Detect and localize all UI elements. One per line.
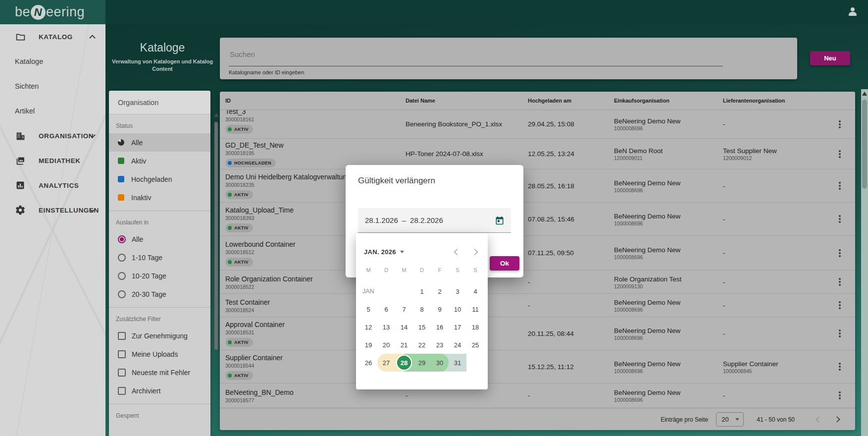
calendar-day[interactable]: 8	[413, 300, 431, 318]
table-row[interactable]: Lowerbound Container 3000018512 AKTIV 07…	[220, 236, 855, 271]
new-catalog-button[interactable]: Neu	[810, 51, 850, 65]
next-month-button[interactable]	[471, 249, 478, 255]
calendar-day[interactable]: 18	[466, 318, 484, 336]
calendar-day[interactable]: 17	[449, 318, 466, 336]
table-row[interactable]: Test_3 3000018161 AKTIV Beneering Bookst…	[220, 110, 855, 139]
row-actions-menu-icon[interactable]	[839, 332, 841, 334]
scrollbar-thumb[interactable]	[862, 100, 867, 189]
expiry-radio-20-30[interactable]: 20-30 Tage	[109, 285, 210, 303]
table-row[interactable]: Katalog_Upload_Time 3000018393 AKTIV 07.…	[220, 203, 855, 236]
column-header-id[interactable]: ID	[225, 98, 406, 104]
row-actions-menu-icon[interactable]	[839, 281, 841, 283]
calendar-day[interactable]: 16	[431, 318, 449, 336]
column-header-hochgeladen-am[interactable]: Hochgeladen am	[528, 98, 614, 104]
column-header-datei-name[interactable]: Datei Name	[406, 98, 528, 104]
table-row[interactable]: Role Organization Container 3000018522 -…	[220, 271, 855, 294]
table-row[interactable]: Demo Uni Heidelberg Katalogverwaltung 30…	[220, 169, 855, 203]
calendar-day[interactable]: 26	[359, 354, 377, 372]
search-input[interactable]	[229, 47, 714, 61]
previous-page-button[interactable]	[816, 416, 822, 423]
table-row[interactable]: GD_DE_Test_New 3000018195 HOCHGELADEN HP…	[220, 139, 855, 169]
row-actions-menu-icon[interactable]	[839, 153, 841, 155]
calendar-day[interactable]: 19	[359, 336, 377, 354]
calendar-empty-cell	[466, 354, 484, 372]
status-filter-hochgeladen[interactable]: Hochgeladen	[109, 170, 210, 188]
previous-month-button[interactable]	[454, 249, 460, 255]
sidebar-item-einstellungen[interactable]: EINSTELLUNGEN	[0, 198, 105, 222]
table-row[interactable]: Approval Container 3000018531 AKTIV 20.1…	[220, 317, 855, 350]
table-row[interactable]: Test Container 3000018524 - BeNeering De…	[220, 294, 855, 317]
organisation-filter-input[interactable]	[109, 91, 210, 114]
checkbox-neueste-mit-fehler[interactable]: Neueste mit Fehler	[109, 363, 210, 382]
calendar-day[interactable]: 12	[359, 318, 377, 336]
checkbox-archiviert[interactable]: Archiviert	[109, 382, 210, 400]
status-filter-alle[interactable]: Alle	[109, 133, 210, 152]
month-year-dropdown[interactable]: JAN. 2026	[364, 248, 404, 256]
table-row[interactable]: BeNeeting_BN_Demo 3000018577 - - BeNeeri…	[220, 383, 855, 408]
sidebar-item-organisation[interactable]: ORGANISATION	[0, 123, 105, 148]
sidebar-item-sichten[interactable]: Sichten	[0, 74, 105, 99]
calendar-day[interactable]: 11	[466, 300, 484, 318]
row-actions-menu-icon[interactable]	[839, 185, 841, 187]
ok-button[interactable]: Ok	[490, 256, 519, 271]
row-actions-menu-icon[interactable]	[839, 252, 841, 254]
status-filter-inaktiv[interactable]: Inaktiv	[109, 188, 210, 207]
column-header-lieferantenorganisation[interactable]: Lieferantenorganisation	[723, 98, 837, 104]
sidebar-item-katalog[interactable]: KATALOG	[0, 24, 105, 49]
calendar-day[interactable]: 13	[377, 318, 395, 336]
sidebar-item-analytics[interactable]: ANALYTICS	[0, 173, 105, 198]
calendar-day[interactable]: 25	[466, 336, 484, 354]
calendar-day[interactable]: 30	[431, 354, 449, 372]
calendar-day[interactable]: 7	[395, 300, 413, 318]
scrollbar-thumb[interactable]	[214, 122, 218, 350]
expiry-radio-1-10[interactable]: 1-10 Tage	[109, 248, 210, 267]
calendar-day[interactable]: 28	[395, 354, 413, 372]
scroll-up-icon[interactable]	[862, 92, 867, 96]
per-page-value: 20	[721, 416, 728, 423]
calendar-day[interactable]: 20	[377, 336, 395, 354]
sidebar-item-artikel[interactable]: Artikel	[0, 99, 105, 123]
checkbox-meine-uploads[interactable]: Meine Uploads	[109, 345, 210, 363]
calendar-day[interactable]: 22	[413, 336, 431, 354]
calendar-day[interactable]: 10	[449, 300, 466, 318]
calendar-icon[interactable]	[494, 215, 505, 226]
calendar-day[interactable]: 23	[431, 336, 449, 354]
row-actions-menu-icon[interactable]	[839, 304, 841, 306]
date-range-field[interactable]: 28.1.2026 – 28.2.2026	[358, 208, 511, 233]
chevron-down-icon	[400, 251, 404, 253]
expiry-radio-10-20[interactable]: 10-20 Tage	[109, 267, 210, 285]
table-scrollbar[interactable]	[214, 113, 218, 410]
scroll-up-icon[interactable]	[214, 113, 219, 117]
calendar-day[interactable]: 29	[413, 354, 431, 372]
user-account-icon[interactable]	[847, 6, 858, 17]
calendar-day[interactable]: 4	[466, 282, 484, 300]
row-actions-menu-icon[interactable]	[839, 366, 841, 368]
calendar-day[interactable]: 27	[377, 354, 395, 372]
column-header-einkaufsorganisation[interactable]: Einkaufsorganisation	[614, 98, 723, 104]
calendar-day[interactable]: 24	[449, 336, 466, 354]
next-page-button[interactable]	[834, 416, 840, 423]
row-actions-menu-icon[interactable]	[839, 218, 841, 220]
supplier-org-cell: -	[723, 249, 837, 257]
calendar-day[interactable]: 6	[377, 300, 395, 318]
calendar-day[interactable]: 14	[395, 318, 413, 336]
expiry-radio-alle[interactable]: Alle	[109, 230, 210, 248]
row-actions-menu-icon[interactable]	[839, 394, 841, 396]
calendar-day[interactable]: 2	[431, 282, 449, 300]
calendar-day[interactable]: 5	[359, 300, 377, 318]
table-row[interactable]: Supplier Container 3000018544 AKTIV 15.1…	[220, 350, 855, 383]
calendar-day[interactable]: 21	[395, 336, 413, 354]
calendar-day[interactable]: 3	[449, 282, 466, 300]
supplier-org-cell: -	[723, 301, 837, 310]
sidebar-item-kataloge[interactable]: Kataloge	[0, 49, 105, 74]
calendar-day[interactable]: 9	[431, 300, 449, 318]
page-scrollbar[interactable]	[861, 89, 868, 436]
per-page-select[interactable]: 20	[716, 412, 744, 427]
checkbox-zur-genehmigung[interactable]: Zur Genehmigung	[109, 327, 210, 345]
calendar-day[interactable]: 15	[413, 318, 431, 336]
calendar-day[interactable]: 1	[413, 282, 431, 300]
sidebar-item-mediathek[interactable]: MEDIATHEK	[0, 148, 105, 173]
calendar-day[interactable]: 31	[449, 354, 466, 372]
status-filter-aktiv[interactable]: Aktiv	[109, 152, 210, 170]
row-actions-menu-icon[interactable]	[839, 123, 841, 125]
